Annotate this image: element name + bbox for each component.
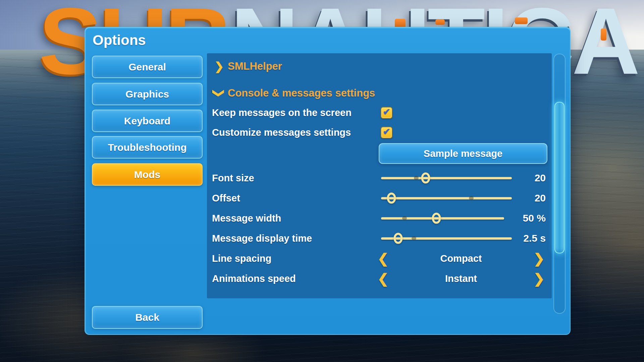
setting-row-line-spacing: Line spacing ❮ Compact ❯ xyxy=(207,248,552,268)
slider-handle[interactable] xyxy=(432,213,441,224)
slider-default-notch xyxy=(469,196,474,200)
arrow-left-icon[interactable]: ❮ xyxy=(376,248,390,268)
tab-label: Troubleshooting xyxy=(108,142,187,153)
slider-track[interactable] xyxy=(381,217,504,220)
tab-troubleshooting[interactable]: Troubleshooting xyxy=(92,136,203,159)
setting-label: Message width xyxy=(212,213,281,224)
tab-label: Keyboard xyxy=(124,115,170,127)
tab-label: Graphics xyxy=(125,88,169,100)
animations-speed-value: Instant xyxy=(390,268,532,289)
setting-label: Keep messages on the screen xyxy=(212,107,352,118)
setting-row-offset: Offset 20 xyxy=(207,188,552,208)
tab-general[interactable]: General xyxy=(92,56,203,78)
display-time-slider[interactable] xyxy=(381,228,512,248)
scrollbar-thumb[interactable] xyxy=(554,102,565,253)
slider-track[interactable] xyxy=(381,177,512,179)
line-spacing-value: Compact xyxy=(390,248,532,268)
arrow-right-icon[interactable]: ❯ xyxy=(532,248,546,268)
tab-label: General xyxy=(128,61,166,73)
mod-settings-content: ❯ SMLHelper ❯ Console & messages setting… xyxy=(207,53,552,298)
page-title: Options xyxy=(93,32,146,48)
setting-row-font-size: Font size 20 xyxy=(207,168,552,188)
setting-label: Customize messages settings xyxy=(212,127,351,138)
scrollbar-track[interactable] xyxy=(553,54,566,314)
slider-handle[interactable] xyxy=(387,193,396,204)
tab-keyboard[interactable]: Keyboard xyxy=(92,110,203,132)
chevron-down-icon[interactable]: ❯ xyxy=(213,88,225,98)
slider-handle[interactable] xyxy=(421,173,430,184)
setting-row-keep-messages: Keep messages on the screen ✔ xyxy=(207,104,552,122)
tab-mods[interactable]: Mods xyxy=(92,163,203,186)
section-console-messages[interactable]: ❯ Console & messages settings xyxy=(207,84,552,102)
tab-graphics[interactable]: Graphics xyxy=(92,83,203,105)
setting-label: Line spacing xyxy=(212,253,271,264)
section-smlhelper[interactable]: ❯ SMLHelper xyxy=(207,57,552,75)
setting-row-message-width: Message width 50 % xyxy=(207,208,552,228)
back-button[interactable]: Back xyxy=(92,306,203,329)
setting-label: Font size xyxy=(212,173,254,184)
arrow-right-icon[interactable]: ❯ xyxy=(532,268,546,289)
logo-accent-block xyxy=(515,17,528,24)
setting-row-display-time: Message display time 2.5 s xyxy=(207,228,552,248)
logo-accent-block xyxy=(601,28,606,41)
message-width-slider[interactable] xyxy=(381,208,504,228)
offset-slider[interactable] xyxy=(381,188,512,208)
setting-row-animations-speed: Animations speed ❮ Instant ❯ xyxy=(207,268,552,289)
options-panel: Options General Graphics Keyboard Troubl… xyxy=(85,27,571,335)
chevron-right-icon[interactable]: ❯ xyxy=(214,61,224,72)
slider-default-notch xyxy=(414,176,419,180)
logo-accent-block xyxy=(435,19,445,25)
checkmark-icon: ✔ xyxy=(383,127,390,136)
setting-row-customize-messages: Customize messages settings ✔ xyxy=(207,123,552,141)
slider-handle[interactable] xyxy=(393,233,402,244)
keep-messages-checkbox[interactable]: ✔ xyxy=(381,107,392,119)
section-title[interactable]: SMLHelper xyxy=(228,60,282,72)
font-size-slider[interactable] xyxy=(381,168,512,188)
arrow-left-icon[interactable]: ❮ xyxy=(376,268,390,289)
slider-track[interactable] xyxy=(381,197,512,199)
tab-label: Mods xyxy=(134,169,160,180)
back-button-label: Back xyxy=(135,312,159,323)
slider-default-notch xyxy=(402,216,407,220)
setting-value: 2.5 s xyxy=(523,233,546,244)
setting-value: 20 xyxy=(535,192,546,204)
sample-message-label: Sample message xyxy=(424,148,502,159)
setting-label: Animations speed xyxy=(212,273,296,284)
slider-default-notch xyxy=(412,236,416,240)
section-title[interactable]: Console & messages settings xyxy=(228,87,375,99)
setting-label: Offset xyxy=(212,193,240,204)
setting-value: 20 xyxy=(535,172,546,184)
setting-label: Message display time xyxy=(212,233,312,244)
checkmark-icon: ✔ xyxy=(383,108,390,117)
customize-messages-checkbox[interactable]: ✔ xyxy=(381,127,392,138)
sample-message-button[interactable]: Sample message xyxy=(379,143,547,164)
setting-value: 50 % xyxy=(523,213,546,224)
